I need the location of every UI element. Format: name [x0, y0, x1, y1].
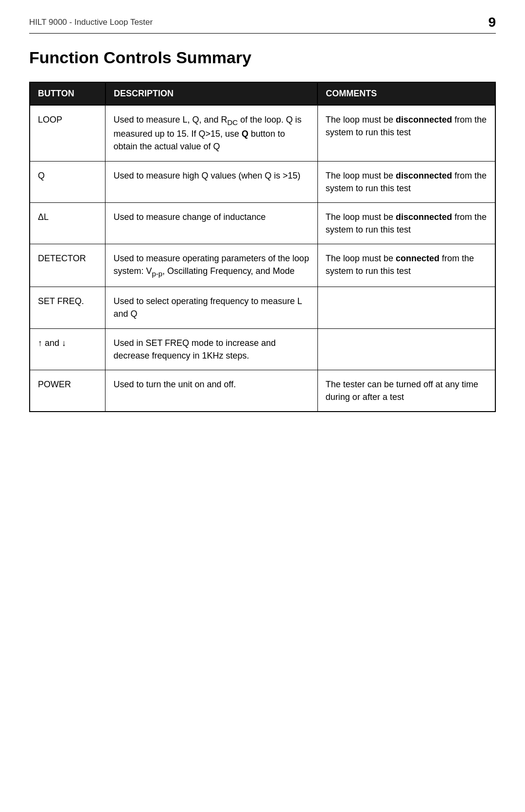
cell-comments-0: The loop must be disconnected from the s…: [317, 105, 495, 161]
cell-description-5: Used in SET FREQ mode to increase and de…: [105, 328, 317, 370]
table-row: POWERUsed to turn the unit on and off.Th…: [30, 370, 495, 412]
table-row: QUsed to measure high Q values (when Q i…: [30, 161, 495, 202]
cell-button-4: SET FREQ.: [30, 287, 105, 328]
cell-description-1: Used to measure high Q values (when Q is…: [105, 161, 317, 202]
cell-comments-1: The loop must be disconnected from the s…: [317, 161, 495, 202]
header-title: HILT 9000 - Inductive Loop Tester: [29, 18, 153, 27]
header-page-number: 9: [488, 15, 496, 30]
cell-comments-2: The loop must be disconnected from the s…: [317, 202, 495, 244]
table-row: ↑ and ↓Used in SET FREQ mode to increase…: [30, 328, 495, 370]
section-title: Function Controls Summary: [29, 48, 496, 67]
col-header-comments: COMMENTS: [317, 82, 495, 105]
cell-comments-4: [317, 287, 495, 328]
cell-comments-3: The loop must be connected from the syst…: [317, 244, 495, 287]
cell-button-0: LOOP: [30, 105, 105, 161]
cell-description-3: Used to measure operating parameters of …: [105, 244, 317, 287]
page-header: HILT 9000 - Inductive Loop Tester 9: [29, 15, 496, 34]
table-row: LOOPUsed to measure L, Q, and RDC of the…: [30, 105, 495, 161]
cell-button-5: ↑ and ↓: [30, 328, 105, 370]
cell-description-0: Used to measure L, Q, and RDC of the loo…: [105, 105, 317, 161]
page-wrapper: HILT 9000 - Inductive Loop Tester 9 Func…: [0, 0, 525, 812]
cell-button-6: POWER: [30, 370, 105, 412]
col-header-description: DESCRIPTION: [105, 82, 317, 105]
table-row: ΔLUsed to measure change of inductanceTh…: [30, 202, 495, 244]
cell-button-2: ΔL: [30, 202, 105, 244]
cell-button-3: DETECTOR: [30, 244, 105, 287]
cell-description-2: Used to measure change of inductance: [105, 202, 317, 244]
cell-description-4: Used to select operating frequency to me…: [105, 287, 317, 328]
function-controls-table: BUTTON DESCRIPTION COMMENTS LOOPUsed to …: [29, 82, 496, 412]
table-row: SET FREQ.Used to select operating freque…: [30, 287, 495, 328]
cell-description-6: Used to turn the unit on and off.: [105, 370, 317, 412]
cell-comments-5: [317, 328, 495, 370]
cell-comments-6: The tester can be turned off at any time…: [317, 370, 495, 412]
table-header-row: BUTTON DESCRIPTION COMMENTS: [30, 82, 495, 105]
cell-button-1: Q: [30, 161, 105, 202]
col-header-button: BUTTON: [30, 82, 105, 105]
table-row: DETECTORUsed to measure operating parame…: [30, 244, 495, 287]
